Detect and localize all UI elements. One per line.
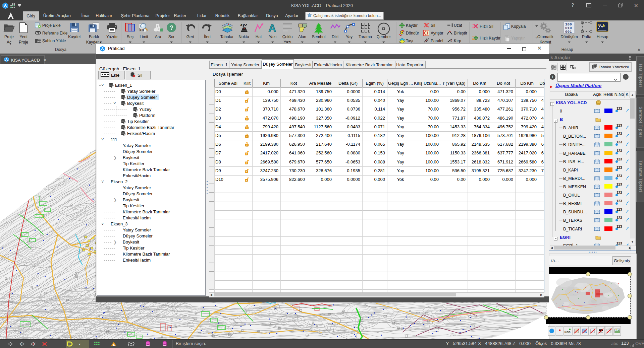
svg-text:h: h [603, 24, 605, 27]
svg-text:A: A [268, 22, 276, 33]
svg-text:?: ? [170, 24, 173, 31]
svg-text:001: 001 [565, 30, 572, 33]
svg-text:s: s [598, 23, 600, 26]
svg-text:KOD: KOD [565, 331, 571, 334]
svg-text:xyz: xyz [240, 22, 247, 27]
svg-text:100: 100 [140, 28, 145, 31]
